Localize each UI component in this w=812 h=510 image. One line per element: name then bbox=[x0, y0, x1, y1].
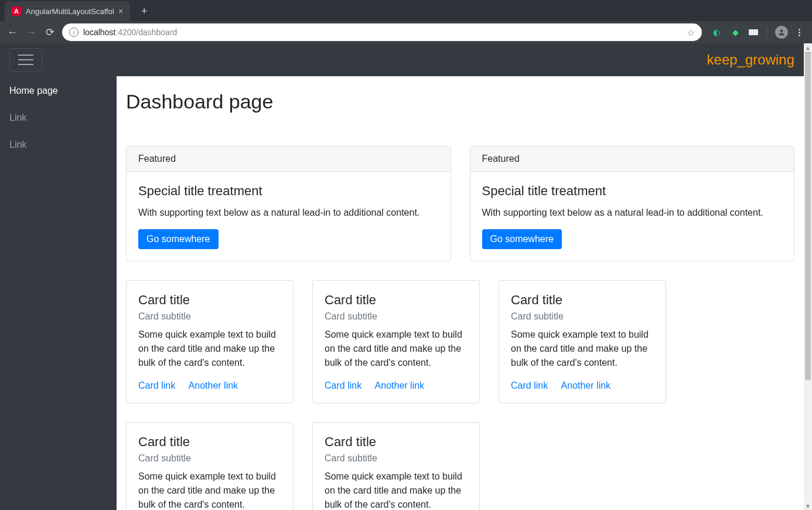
card-link-2[interactable]: Another link bbox=[561, 380, 611, 390]
browser-toolbar: ← → ⟳ i localhost:4200/dashboard ☆ ◐ ◆ bbox=[0, 21, 812, 43]
forward-icon[interactable]: → bbox=[25, 26, 37, 39]
featured-card: Featured Special title treatment With su… bbox=[126, 146, 451, 261]
scroll-up-icon[interactable]: ▲ bbox=[804, 43, 812, 52]
profile-icon[interactable] bbox=[775, 26, 788, 39]
sidebar-item-link-2[interactable]: Link bbox=[9, 140, 107, 150]
hamburger-menu-button[interactable] bbox=[9, 48, 42, 72]
go-somewhere-button[interactable]: Go somewhere bbox=[138, 229, 219, 249]
browser-tab-strip: A AngularMultiLayoutScaffoldi × + bbox=[0, 0, 812, 21]
card-title: Special title treatment bbox=[138, 183, 439, 199]
back-icon[interactable]: ← bbox=[6, 26, 19, 39]
small-card: Card title Card subtitle Some quick exam… bbox=[312, 422, 480, 510]
extension-3-icon[interactable] bbox=[749, 29, 758, 35]
extension-1-icon[interactable]: ◐ bbox=[711, 27, 722, 38]
go-somewhere-button[interactable]: Go somewhere bbox=[482, 229, 562, 249]
browser-menu-icon[interactable] bbox=[796, 29, 803, 36]
site-info-icon[interactable]: i bbox=[69, 28, 79, 37]
card-link-1[interactable]: Card link bbox=[511, 380, 548, 390]
tab-title: AngularMultiLayoutScaffoldi bbox=[26, 7, 114, 16]
extension-2-icon[interactable]: ◆ bbox=[730, 27, 741, 38]
extension-icons: ◐ ◆ bbox=[708, 26, 806, 39]
card-text: Some quick example text to build on the … bbox=[138, 328, 281, 370]
small-card: Card title Card subtitle Some quick exam… bbox=[312, 280, 480, 403]
card-link-1[interactable]: Card link bbox=[138, 380, 175, 390]
bookmark-star-icon[interactable]: ☆ bbox=[687, 27, 695, 38]
sidebar-item-link-1[interactable]: Link bbox=[9, 113, 107, 123]
card-title: Card title bbox=[138, 434, 281, 450]
card-link-1[interactable]: Card link bbox=[325, 380, 361, 390]
page-viewport: keep_growing Home page Link Link Dashboa… bbox=[0, 43, 812, 510]
card-subtitle: Card subtitle bbox=[138, 453, 281, 464]
card-header: Featured bbox=[470, 147, 794, 172]
featured-card: Featured Special title treatment With su… bbox=[470, 146, 795, 261]
toolbar-divider bbox=[766, 26, 767, 38]
scroll-down-icon[interactable]: ▼ bbox=[804, 502, 812, 510]
small-card: Card title Card subtitle Some quick exam… bbox=[126, 280, 294, 403]
card-text: Some quick example text to build on the … bbox=[325, 328, 468, 370]
card-title: Card title bbox=[325, 293, 468, 308]
card-text: Some quick example text to build on the … bbox=[511, 328, 654, 370]
address-bar[interactable]: i localhost:4200/dashboard ☆ bbox=[62, 23, 702, 41]
card-subtitle: Card subtitle bbox=[325, 453, 468, 464]
card-title: Special title treatment bbox=[482, 183, 783, 199]
small-card: Card title Card subtitle Some quick exam… bbox=[499, 280, 666, 403]
card-title: Card title bbox=[138, 293, 281, 308]
card-title: Card title bbox=[511, 293, 654, 308]
hamburger-icon bbox=[17, 53, 35, 67]
card-link-2[interactable]: Another link bbox=[375, 380, 425, 390]
card-text: Some quick example text to build on the … bbox=[138, 470, 281, 510]
card-subtitle: Card subtitle bbox=[511, 311, 654, 322]
app-header: keep_growing bbox=[0, 43, 804, 76]
card-text: With supporting text below as a natural … bbox=[138, 206, 439, 220]
vertical-scrollbar[interactable]: ▲ ▼ bbox=[804, 43, 812, 510]
card-header: Featured bbox=[127, 147, 451, 172]
small-card: Card title Card subtitle Some quick exam… bbox=[126, 422, 294, 510]
sidebar: Home page Link Link bbox=[0, 76, 117, 510]
page-title: Dashboard page bbox=[126, 90, 794, 113]
scrollbar-thumb[interactable] bbox=[805, 52, 811, 380]
url-host: localhost:4200/dashboard bbox=[83, 28, 177, 37]
card-text: Some quick example text to build on the … bbox=[325, 470, 468, 510]
svg-point-0 bbox=[780, 29, 783, 32]
card-subtitle: Card subtitle bbox=[138, 311, 281, 322]
card-text: With supporting text below as a natural … bbox=[482, 206, 783, 220]
sidebar-item-home[interactable]: Home page bbox=[9, 86, 107, 96]
card-subtitle: Card subtitle bbox=[325, 311, 468, 322]
close-tab-icon[interactable]: × bbox=[118, 6, 123, 16]
reload-icon[interactable]: ⟳ bbox=[43, 26, 56, 39]
browser-tab[interactable]: A AngularMultiLayoutScaffoldi × bbox=[5, 1, 130, 21]
main-content: Dashboard page Featured Special title tr… bbox=[117, 76, 804, 510]
card-link-2[interactable]: Another link bbox=[189, 380, 238, 390]
card-title: Card title bbox=[325, 434, 468, 450]
brand-label[interactable]: keep_growing bbox=[707, 52, 794, 68]
new-tab-button[interactable]: + bbox=[136, 3, 152, 19]
angular-favicon-icon: A bbox=[12, 6, 21, 16]
